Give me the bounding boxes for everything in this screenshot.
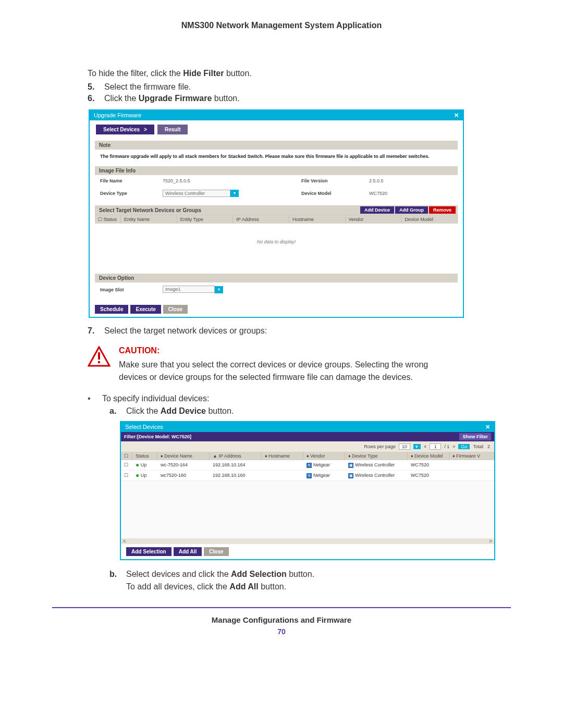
col-vendor[interactable]: Vendor [310, 453, 325, 459]
caution-heading: CAUTION: [119, 346, 442, 355]
col-status[interactable]: Status [104, 217, 117, 222]
device-model-value: WC7520 [369, 191, 452, 196]
table-row[interactable]: ☐● Upwc-7520-164192.168.10.164NNetgear▣W… [121, 460, 494, 471]
svg-rect-1 [98, 352, 100, 360]
col-ip-address[interactable]: IP Address [218, 453, 241, 459]
col-ip-address[interactable]: IP Address [233, 215, 289, 224]
row-checkbox[interactable]: ☐ [121, 472, 132, 479]
device-type-select[interactable]: Wireless Controller▾ [163, 190, 246, 198]
step-7-text: Select the target network devices or gro… [104, 326, 267, 335]
tab-select-devices-label: Select Devices [103, 127, 140, 132]
dialog2-title: Select Devices [125, 424, 163, 430]
upgrade-firmware-dialog: Upgrade Firmware ✕ Select Devices Result… [89, 109, 464, 318]
row-firmware [449, 461, 494, 469]
chevron-down-icon[interactable]: ▾ [413, 444, 421, 449]
file-name-value: 7520_2.5.0.5 [163, 178, 246, 183]
execute-button[interactable]: Execute [130, 305, 161, 314]
file-version-label: File Version [301, 178, 348, 183]
step-7-num: 7. [88, 326, 99, 336]
col-checkbox[interactable]: ☐ Status [95, 215, 121, 224]
close-icon[interactable]: ✕ [454, 112, 459, 119]
scroll-left-icon[interactable]: < [123, 538, 126, 544]
substep-b-bold: Add Selection [231, 570, 287, 578]
row-type: ▣Wireless Controller [345, 461, 408, 469]
close-button[interactable]: Close [163, 305, 188, 314]
col-device-name[interactable]: Device Name [164, 453, 192, 459]
note-section-header: Note [95, 141, 458, 150]
table-empty-space [121, 481, 494, 538]
caution-text: Make sure that you select the correct de… [119, 359, 442, 384]
dialog2-bottom-buttons: Add Selection Add All Close [121, 544, 494, 559]
add-all-button[interactable]: Add All [174, 547, 202, 556]
show-filter-button[interactable]: Show Filter [459, 433, 491, 440]
step-6-num: 6. [88, 94, 99, 103]
substep-b-post: button. [289, 570, 314, 578]
chevron-down-icon[interactable]: ▾ [230, 190, 239, 197]
row-type: ▣Wireless Controller [345, 472, 408, 479]
col-status[interactable]: Status [132, 452, 157, 460]
tab-result[interactable]: Result [157, 125, 188, 134]
col-device-type[interactable]: Device Type [352, 453, 377, 459]
dialog-bottom-buttons: Schedule Execute Close [90, 302, 463, 317]
intro-text-2: button. [226, 69, 252, 78]
horizontal-scrollbar[interactable]: < > [121, 538, 494, 544]
row-device-name: wc-7520-164 [157, 461, 210, 469]
col-device-model[interactable]: Device Model [414, 453, 443, 459]
pager-page-input[interactable]: 1 [430, 443, 441, 450]
row-model: WC7520 [408, 472, 449, 479]
col-device-model[interactable]: Device Model [401, 215, 458, 224]
row-hostname [262, 461, 303, 469]
pager-next-icon[interactable]: > [452, 444, 455, 449]
svg-rect-2 [98, 361, 100, 363]
note-text: The firmware upgrade will apply to all s… [95, 150, 458, 163]
substep-a: a. Click the Add Device button. [52, 406, 511, 416]
step-5: 5. Select the firmware file. [52, 82, 511, 92]
step-5-text: Select the firmware file. [104, 82, 191, 91]
device-model-label: Device Model [301, 191, 348, 196]
col-select-all[interactable]: ☐ [121, 452, 132, 460]
file-name-row: File Name 7520_2.5.0.5 File Version 2.5.… [95, 175, 458, 187]
col-vendor[interactable]: Vendor [346, 215, 402, 224]
footer-section-title: Manage Configurations and Firmware [52, 615, 511, 624]
table-row[interactable]: ☐● Upwc7520-160192.168.10.160NNetgear▣Wi… [121, 471, 494, 481]
schedule-button[interactable]: Schedule [95, 305, 128, 314]
pager-prev-icon[interactable]: < [424, 444, 426, 449]
device-type-value: Wireless Controller [163, 190, 230, 197]
col-hostname[interactable]: Hostname [289, 215, 346, 224]
col-entity-type[interactable]: Entity Type [177, 215, 234, 224]
pager-total-value: 2 [487, 444, 490, 449]
pager-rows-value[interactable]: 10 [399, 443, 410, 450]
dialog-title: Upgrade Firmware [94, 112, 141, 118]
footer-page-number: 70 [52, 627, 511, 636]
row-model: WC7520 [408, 461, 449, 469]
pager-go-button[interactable]: Go [458, 444, 470, 449]
substep-b-label: b. [109, 570, 121, 591]
col-hostname[interactable]: Hostname [268, 453, 290, 459]
close-button[interactable]: Close [204, 547, 228, 556]
dialog-tabs: Select Devices Result [90, 120, 463, 138]
row-checkbox[interactable]: ☐ [121, 461, 132, 469]
footer-divider [52, 607, 511, 608]
intro-bold: Hide Filter [183, 69, 224, 78]
add-selection-button[interactable]: Add Selection [126, 547, 172, 556]
substep-a-bold: Add Device [161, 406, 206, 415]
add-device-button[interactable]: Add Device [360, 206, 394, 214]
col-firmware[interactable]: Firmware V [456, 453, 480, 459]
step-7: 7. Select the target network devices or … [52, 326, 511, 336]
scroll-right-icon[interactable]: > [489, 538, 492, 544]
remove-button[interactable]: Remove [429, 206, 456, 214]
col-entity-name[interactable]: Entity Name [121, 215, 177, 224]
close-icon[interactable]: ✕ [485, 424, 490, 430]
step-6-post: button. [214, 94, 240, 103]
substep-b: b. Select devices and click the Add Sele… [52, 570, 511, 591]
image-slot-select[interactable]: image1▾ [163, 286, 223, 293]
row-firmware [449, 472, 494, 479]
chevron-down-icon[interactable]: ▾ [215, 286, 223, 293]
pager-bar: Rows per page 10 ▾ < 1 / 1 > Go Total: 2 [121, 441, 494, 452]
bullet-text: To specify individual devices: [102, 394, 209, 403]
add-group-button[interactable]: Add Group [395, 206, 428, 214]
dialog-titlebar: Upgrade Firmware ✕ [90, 110, 463, 120]
tab-select-devices[interactable]: Select Devices [96, 125, 154, 134]
device-type-label: Device Type [100, 191, 142, 196]
bullet-icon: • [88, 394, 97, 403]
